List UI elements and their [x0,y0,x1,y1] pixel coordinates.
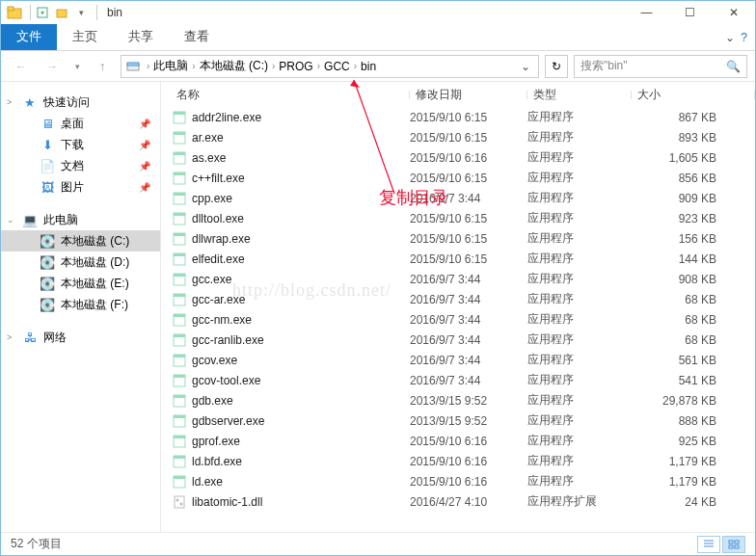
column-headers: 名称 修改日期 类型 大小 [161,82,755,107]
file-name: gcc-ar.exe [192,293,410,306]
sidebar-item-disk-c[interactable]: 💽本地磁盘 (C:) [1,230,160,252]
tab-share[interactable]: 共享 [113,24,169,50]
search-input[interactable]: 搜索"bin" 🔍 [574,55,747,78]
table-row[interactable]: gcc-nm.exe2016/9/7 3:44应用程序68 KB [171,309,755,330]
table-row[interactable]: gcc-ar.exe2016/9/7 3:44应用程序68 KB [171,289,755,309]
tab-file[interactable]: 文件 [1,24,57,50]
view-large-button[interactable] [722,536,745,553]
sidebar-item-quickaccess[interactable]: >★快速访问 [1,92,160,113]
help-icon[interactable]: ? [741,31,747,44]
svg-rect-49 [735,541,739,543]
file-size: 24 KB [632,495,755,509]
sidebar-item-pictures[interactable]: 🖼图片📌 [1,176,160,198]
table-row[interactable]: ld.bfd.exe2015/9/10 6:16应用程序1,179 KB [171,451,755,471]
file-size: 29,878 KB [632,394,755,408]
table-row[interactable]: dllwrap.exe2015/9/10 6:15应用程序156 KB [171,228,755,249]
svg-rect-10 [174,132,185,135]
sidebar-item-documents[interactable]: 📄文档📌 [1,155,160,176]
chevron-right-icon[interactable]: › [317,61,320,71]
table-row[interactable]: gprof.exe2015/9/10 6:16应用程序925 KB [171,431,755,451]
sidebar-item-disk-f[interactable]: 💽本地磁盘 (F:) [1,294,160,315]
file-date: 2013/9/15 9:52 [410,414,527,428]
view-details-button[interactable] [697,536,720,553]
address-dropdown-icon[interactable]: ⌄ [517,60,534,73]
breadcrumb-thispc[interactable]: 此电脑 [151,56,190,77]
ribbon-expand-icon[interactable]: ⌄ [725,31,735,44]
file-size: 888 KB [632,414,755,428]
file-date: 2015/9/10 6:15 [410,212,527,225]
table-row[interactable]: as.exe2015/9/10 6:16应用程序1,605 KB [171,147,755,168]
column-date[interactable]: 修改日期 [410,87,527,103]
qat-properties-icon[interactable] [35,5,50,20]
drive-icon: 💽 [40,233,55,249]
svg-rect-42 [174,456,185,459]
chevron-right-icon[interactable]: › [147,61,149,71]
sidebar-item-desktop[interactable]: 🖥桌面📌 [1,113,160,134]
file-list-pane: 名称 修改日期 类型 大小 addr2line.exe2015/9/10 6:1… [161,82,755,532]
file-date: 2015/9/10 6:15 [410,232,527,246]
nav-up-button[interactable]: ↑ [90,55,115,78]
file-name: ar.exe [192,131,410,145]
file-type: 应用程序 [527,109,632,125]
svg-rect-48 [729,541,733,543]
tab-view[interactable]: 查看 [169,24,225,50]
file-date: 2015/9/10 6:15 [410,172,527,185]
file-name: gcc-nm.exe [192,313,410,327]
nav-forward-button[interactable]: → [40,55,65,78]
table-row[interactable]: c++filt.exe2015/9/10 6:15应用程序856 KB [171,168,755,188]
exe-icon [171,272,188,287]
breadcrumb-bin[interactable]: bin [359,56,378,77]
table-row[interactable]: gcc-ranlib.exe2016/9/7 3:44应用程序68 KB [171,330,755,350]
table-row[interactable]: gcov-tool.exe2016/9/7 3:44应用程序541 KB [171,370,755,390]
table-row[interactable]: gdb.exe2013/9/15 9:52应用程序29,878 KB [171,390,755,410]
nav-back-button[interactable]: ← [9,55,34,78]
pin-icon: 📌 [139,182,150,193]
chevron-right-icon[interactable]: › [192,61,195,71]
svg-rect-50 [729,545,733,548]
file-size: 856 KB [632,172,755,185]
file-name: gprof.exe [192,435,410,448]
minimize-button[interactable]: — [625,1,668,24]
sidebar-item-thispc[interactable]: ⌄💻此电脑 [1,209,160,230]
close-button[interactable]: ✕ [712,1,755,24]
file-type: 应用程序 [527,473,632,490]
breadcrumb-c[interactable]: 本地磁盘 (C:) [198,56,270,77]
table-row[interactable]: ld.exe2015/9/10 6:16应用程序1,179 KB [171,471,755,491]
column-name[interactable]: 名称 [171,87,410,103]
table-row[interactable]: elfedit.exe2015/9/10 6:15应用程序144 KB [171,249,755,269]
chevron-right-icon[interactable]: › [354,61,357,71]
qat-dropdown-icon[interactable]: ▾ [73,5,89,20]
table-row[interactable]: cpp.exe2016/9/7 3:44应用程序909 KB [171,188,755,208]
breadcrumb-prog[interactable]: PROG [277,56,314,77]
breadcrumb-gcc[interactable]: GCC [322,56,352,77]
column-size[interactable]: 大小 [632,87,755,103]
nav-history-dropdown[interactable]: ▾ [70,55,84,78]
sidebar-item-downloads[interactable]: ⬇下载📌 [1,134,160,155]
maximize-button[interactable]: ☐ [668,1,712,24]
address-bar[interactable]: › 此电脑 › 本地磁盘 (C:) › PROG › GCC › bin ⌄ [121,55,539,78]
exe-icon [171,332,188,348]
file-name: c++filt.exe [192,172,410,185]
svg-rect-14 [174,172,185,175]
table-row[interactable]: ar.exe2015/9/10 6:15应用程序893 KB [171,127,755,147]
table-row[interactable]: addr2line.exe2015/9/10 6:15应用程序867 KB [171,107,755,127]
sidebar-item-disk-d[interactable]: 💽本地磁盘 (D:) [1,252,160,273]
star-icon: ★ [22,94,38,110]
table-row[interactable]: gcc.exe2016/9/7 3:44应用程序908 KB [171,269,755,289]
table-row[interactable]: libatomic-1.dll2016/4/27 4:10应用程序扩展24 KB [171,491,755,512]
tab-home[interactable]: 主页 [57,24,113,50]
folder-icon [7,5,22,20]
table-row[interactable]: dlltool.exe2015/9/10 6:15应用程序923 KB [171,208,755,228]
column-type[interactable]: 类型 [527,87,632,103]
sidebar-item-network[interactable]: >🖧网络 [1,327,160,348]
qat-newfolder-icon[interactable] [54,5,69,20]
sidebar-item-disk-e[interactable]: 💽本地磁盘 (E:) [1,273,160,294]
file-date: 2016/9/7 3:44 [410,374,527,387]
chevron-right-icon[interactable]: › [272,61,275,71]
table-row[interactable]: gcov.exe2016/9/7 3:44应用程序561 KB [171,350,755,370]
svg-rect-24 [174,274,185,277]
refresh-button[interactable]: ↻ [545,55,568,78]
table-row[interactable]: gdbserver.exe2013/9/15 9:52应用程序888 KB [171,410,755,431]
exe-icon [171,150,188,166]
svg-rect-45 [175,496,184,508]
